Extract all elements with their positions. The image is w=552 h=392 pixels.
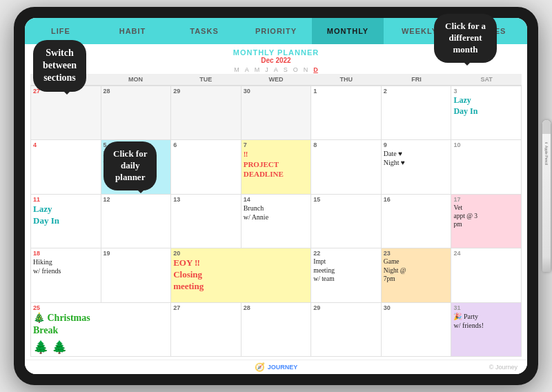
header-wed: WED <box>241 74 311 85</box>
table-row[interactable]: 20 EOY ‼Closingmeeting <box>171 248 311 302</box>
bubble-daily: Click for daily planner <box>103 141 157 190</box>
nav-habit[interactable]: HABIT <box>97 18 168 44</box>
header-tue: TUE <box>170 74 241 85</box>
month-m1[interactable]: M <box>234 66 239 73</box>
table-row[interactable]: 19 <box>101 248 172 302</box>
table-row[interactable]: 8 <box>311 140 382 194</box>
month-n[interactable]: N <box>304 66 308 73</box>
footer-credit: © Journey <box>489 364 518 371</box>
table-row[interactable]: 11 LazyDay In <box>31 195 101 248</box>
table-row[interactable]: 1 <box>311 86 382 140</box>
table-row[interactable]: 3 LazyDay In <box>451 86 522 140</box>
table-row[interactable]: 17 Vetappt @ 3pm <box>451 195 522 248</box>
month-d[interactable]: D <box>313 66 318 73</box>
header-mon: MON <box>101 74 171 85</box>
table-row[interactable]: 23 GameNight @7pm <box>382 248 452 302</box>
tablet-frame: ✏ Apple Pencil Switch between sections C… <box>14 7 538 385</box>
table-row[interactable]: 9 Date ♥Night ♥ <box>382 140 452 194</box>
table-row[interactable]: 18 Hikingw/ friends <box>31 248 101 302</box>
table-row[interactable]: 27 <box>171 303 241 357</box>
apple-pencil: ✏ Apple Pencil <box>542 120 551 272</box>
table-row[interactable]: 25 🎄 ChristmasBreak 🌲 🌲 <box>31 303 171 357</box>
table-row[interactable]: 29 <box>311 303 382 357</box>
table-row[interactable]: 7 ‼PROJECTDEADLINE <box>241 140 312 194</box>
table-row[interactable]: 31 🎉 Partyw/ friends! <box>451 303 522 357</box>
tablet-screen: LIFE HABIT TASKS PRIORITY MONTHLY WEEKLY… <box>25 18 527 374</box>
header-sat: SAT <box>451 74 522 85</box>
header-fri: FRI <box>382 74 452 85</box>
calendar-container: MONTHLY PLANNER Dec 2022 M A M J A S O N… <box>25 44 527 360</box>
table-row[interactable]: 22 Imptmeetingw/ team <box>311 248 382 302</box>
month-a1[interactable]: A <box>245 66 249 73</box>
table-row[interactable]: 4 <box>31 140 101 194</box>
bubble-switch: Switch between sections <box>33 40 86 92</box>
month-j1[interactable]: J <box>265 66 268 73</box>
month-m2[interactable]: M <box>255 66 260 73</box>
month-o[interactable]: O <box>293 66 298 73</box>
table-row[interactable]: 30 <box>382 303 452 357</box>
nav-tasks[interactable]: TASKS <box>168 18 240 44</box>
month-nav: M A M J A S O N D <box>30 66 522 74</box>
header-thu: THU <box>311 74 382 85</box>
table-row[interactable]: 28 <box>101 86 172 140</box>
table-row[interactable]: 15 <box>311 195 382 248</box>
month-a2[interactable]: A <box>274 66 278 73</box>
table-row[interactable]: 12 <box>101 195 172 248</box>
footer-brand: JOURNEY <box>268 364 298 371</box>
table-row[interactable]: 24 <box>451 248 522 302</box>
nav-monthly[interactable]: MONTHLY <box>312 18 384 44</box>
table-row[interactable]: 28 <box>241 303 312 357</box>
table-row[interactable]: 13 <box>171 195 241 248</box>
footer: 🧭 JOURNEY © Journey <box>25 360 527 374</box>
table-row[interactable]: 16 <box>382 195 452 248</box>
table-row[interactable]: 14 Brunchw/ Annie <box>241 195 312 248</box>
calendar-grid: 27 28 29 30 1 2 3 Lazy <box>30 86 522 357</box>
day-headers: SUN MON TUE WED THU FRI SAT <box>30 74 522 86</box>
nav-priority[interactable]: PRIORITY <box>240 18 312 44</box>
bubble-month: Click for a different month <box>434 14 497 63</box>
table-row[interactable]: 6 <box>171 140 241 194</box>
month-s[interactable]: S <box>284 66 288 73</box>
table-row[interactable]: 29 <box>171 86 241 140</box>
table-row[interactable]: 30 <box>241 86 312 140</box>
table-row[interactable]: 2 <box>382 86 452 140</box>
table-row[interactable]: 10 <box>451 140 522 194</box>
